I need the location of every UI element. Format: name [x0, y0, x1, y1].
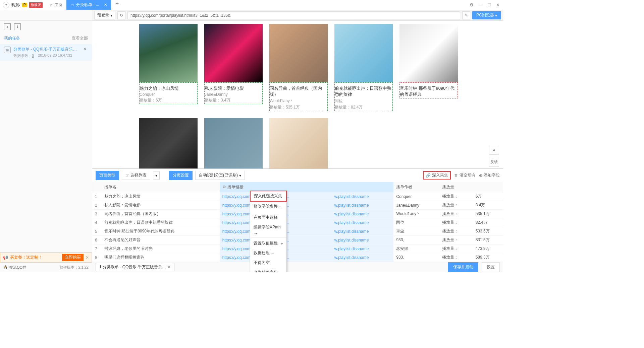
- ctx-rename[interactable]: 修改字段名称 ...: [250, 201, 286, 211]
- scroll-top-button[interactable]: ∧: [489, 145, 499, 155]
- data-count: 0: [32, 54, 34, 58]
- cell-link2[interactable]: w.playlist.dissname: [332, 192, 394, 201]
- link-icon: 🔗: [426, 173, 431, 178]
- footer-tab[interactable]: 1 分类歌单 - QQ音乐-千万正版音乐...✕: [96, 263, 174, 271]
- playlist-card[interactable]: 摇滚经典，老歌里的旧时光 念安娜: [204, 118, 263, 168]
- cell-plays-value: 82.4万: [473, 218, 503, 227]
- playlist-card[interactable]: 同名异曲，首首经典（国内版） Would1any丶 播放量：535.1万: [269, 24, 328, 111]
- pc-browser-button[interactable]: PC浏览器▾: [472, 11, 501, 19]
- tab-home[interactable]: ⌂ 主页: [46, 0, 66, 10]
- cell-link2[interactable]: w.playlist.dissname: [332, 227, 394, 236]
- page-type-button[interactable]: 页面类型: [96, 171, 119, 180]
- table-row[interactable]: 5 音乐时钟 那些属于8090年代的粤语经典 https://y.qq.com/…: [92, 227, 503, 236]
- playlist-cover[interactable]: [269, 24, 328, 82]
- col-plays[interactable]: 播放量: [439, 182, 473, 192]
- reload-button[interactable]: ↻: [117, 11, 125, 19]
- table-row[interactable]: 8 明星们这样翻唱黄家驹 https://y.qq.com/n/yqq/play…: [92, 253, 503, 262]
- qq-group-link[interactable]: 🐧 交流QQ群: [3, 265, 26, 270]
- playlist-card[interactable]: 不会再遇见的好声音 933。: [139, 118, 198, 168]
- playlist-card[interactable]: 前奏就能哼出声：日语歌中熟悉的旋律 同位 播放量：82.4万: [334, 24, 393, 111]
- cell-link2[interactable]: w.playlist.dissname: [332, 218, 394, 227]
- settings-button[interactable]: 设置: [482, 262, 500, 272]
- settings-gear-icon[interactable]: ⚙: [470, 2, 474, 7]
- save-start-button[interactable]: 保存并启动: [448, 262, 478, 272]
- feedback-button[interactable]: 反馈: [489, 157, 499, 167]
- playlist-cover[interactable]: [399, 24, 458, 82]
- buy-now-button[interactable]: 立即购买: [62, 254, 84, 261]
- table-row[interactable]: 6 不会再遇见的好声音 https://y.qq.com/n/yqq/plays…: [92, 236, 503, 245]
- chevron-down-icon: ▾: [110, 13, 112, 18]
- task-close-icon[interactable]: ✕: [82, 47, 88, 58]
- ctx-deep-link[interactable]: 深入此链接采集: [250, 191, 287, 202]
- edit-button[interactable]: ✎: [462, 11, 470, 19]
- tab-close-icon[interactable]: ✕: [104, 3, 107, 7]
- playlist-cover[interactable]: [269, 118, 328, 168]
- auto-page-dropdown[interactable]: 自动识别分页(已识别)▾: [195, 171, 245, 180]
- table-row[interactable]: 4 前奏就能哼出声：日语歌中熟悉的旋律 https://y.qq.com/n/y…: [92, 218, 503, 227]
- col-author[interactable]: 播单作者: [393, 182, 439, 192]
- ctx-edit-xpath[interactable]: 编辑字段XPath ...: [250, 222, 286, 237]
- playlist-card[interactable]: 音乐时钟 那些属于8090年代的粤语经典: [399, 24, 458, 111]
- tab-active[interactable]: ▭ 分类歌单 - ... ✕: [66, 0, 111, 10]
- page-setting-button[interactable]: 分页设置: [169, 171, 193, 180]
- playlist-card[interactable]: 魅力之韵：凉山风情 Conquer 播放量：6万: [139, 24, 198, 111]
- deep-collect-button[interactable]: 🔗深入采集: [423, 171, 451, 180]
- import-task-icon[interactable]: ⤓: [14, 23, 21, 30]
- select-list-button[interactable]: ☞选择列表: [122, 171, 150, 180]
- row-number: 4: [92, 218, 102, 227]
- table-row[interactable]: 3 同名异曲，首首经典（国内版） https://y.qq.com/n/yqq/…: [92, 210, 503, 218]
- playlist-plays: 播放量：6万: [140, 97, 197, 103]
- playlist-card[interactable]: 私人影院：爱情电影 Jane&Danny 播放量：3.4万: [204, 24, 263, 111]
- page-icon: ▭: [70, 3, 74, 7]
- ctx-data-proc[interactable]: 数据处理 ...: [250, 248, 286, 258]
- playlist-cover[interactable]: [204, 24, 263, 82]
- close-button[interactable]: ✕: [496, 2, 500, 7]
- new-tab-button[interactable]: ＋: [111, 0, 123, 10]
- cell-link2[interactable]: w.playlist.dissname: [332, 201, 394, 210]
- row-number: 7: [92, 245, 102, 253]
- cell-plays-value: 535.1万: [473, 210, 503, 218]
- clear-all-button[interactable]: 🗑清空所有: [454, 172, 476, 178]
- cell-link2[interactable]: w.playlist.dissname: [332, 236, 394, 245]
- row-number: 2: [92, 201, 102, 210]
- cell-link2[interactable]: w.playlist.dissname: [332, 210, 394, 218]
- add-field-button[interactable]: ⊕添加字段: [479, 172, 500, 178]
- app-footer: 1 分类歌单 - QQ音乐-千万正版音乐...✕ 保存并启动 设置: [92, 262, 503, 272]
- url-input[interactable]: [127, 11, 460, 19]
- minimize-button[interactable]: —: [478, 2, 483, 7]
- ctx-select-in-page[interactable]: 在页面中选择: [250, 213, 286, 222]
- ctx-set-attr[interactable]: 设置取值属性▸: [250, 238, 286, 248]
- table-row[interactable]: 1 魅力之韵：凉山风情 https://y.qq.com/n/yqq/plays…: [92, 192, 503, 201]
- playlist-cover[interactable]: [139, 118, 198, 168]
- cell-link2[interactable]: w.playlist.dissname: [332, 253, 394, 262]
- cell-plays-label: 播放量：: [439, 236, 473, 245]
- ctx-not-empty[interactable]: 不得为空: [250, 258, 286, 268]
- cell-link2[interactable]: w.playlist.dissname: [332, 245, 394, 253]
- table-row[interactable]: 7 摇滚经典，老歌里的旧时光 https://y.qq.com/n/yqq/pl…: [92, 245, 503, 253]
- browser-view[interactable]: 魅力之韵：凉山风情 Conquer 播放量：6万 私人影院：爱情电影 Jane&…: [92, 21, 503, 168]
- maximize-button[interactable]: ☐: [487, 2, 491, 7]
- playlist-cover[interactable]: [204, 118, 263, 168]
- chevron-right-icon: ▸: [281, 271, 283, 272]
- cell-plays-value: 533.5万: [473, 227, 503, 236]
- cell-author: 933。: [393, 253, 439, 262]
- playlist-cover[interactable]: [139, 24, 198, 82]
- playlist-cover[interactable]: [334, 24, 393, 82]
- pro-badge: P: [22, 3, 27, 7]
- cell-plays-value: 3.4万: [473, 201, 503, 210]
- table-row[interactable]: 2 私人影院：爱情电影 https://y.qq.com/n/yqq/plays…: [92, 201, 503, 210]
- cell-author: Would1any丶: [393, 210, 439, 218]
- footer-tab-close-icon[interactable]: ✕: [167, 265, 171, 269]
- select-list-dropdown[interactable]: ▾: [153, 171, 160, 180]
- view-all-link[interactable]: 查看全部: [72, 36, 88, 41]
- playlist-title: 魅力之韵：凉山风情: [140, 85, 197, 91]
- col-name[interactable]: 播单名: [102, 182, 220, 192]
- promo-close-icon[interactable]: ✕: [86, 255, 89, 260]
- new-task-icon[interactable]: ＋: [4, 23, 11, 30]
- task-item[interactable]: ⊞ 分类歌单 - QQ音乐-千万正版音乐海量无损曲... 数据条数：0 2018…: [0, 44, 92, 61]
- ctx-special-field[interactable]: 改为特殊字段▸: [250, 268, 286, 272]
- context-menu: 深入此链接采集 修改字段名称 ... 在页面中选择 编辑字段XPath ... …: [250, 191, 287, 272]
- bottom-panel: 页面类型 ☞选择列表 ▾ 分页设置 自动识别分页(已识别)▾ 🔗深入采集 🗑清空…: [92, 168, 503, 262]
- pre-login-button[interactable]: 预登录▾: [94, 11, 115, 19]
- playlist-card[interactable]: 明星们这样翻唱黄家驹: [269, 118, 328, 168]
